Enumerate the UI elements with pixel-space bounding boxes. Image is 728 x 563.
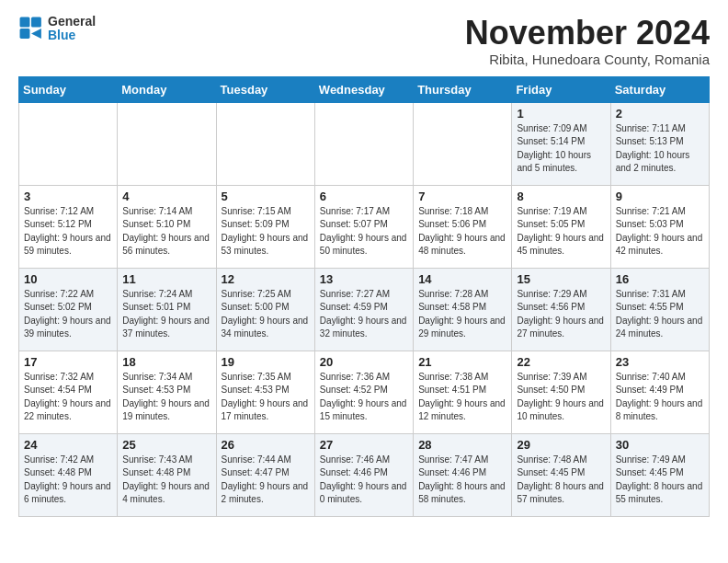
svg-rect-0 bbox=[20, 17, 30, 28]
day-number: 14 bbox=[418, 272, 506, 286]
day-number: 16 bbox=[616, 272, 704, 286]
day-info: Sunrise: 7:17 AM Sunset: 5:07 PM Dayligh… bbox=[320, 205, 408, 259]
day-cell: 29Sunrise: 7:48 AM Sunset: 4:45 PM Dayli… bbox=[512, 433, 610, 516]
day-number: 8 bbox=[517, 190, 605, 203]
day-number: 6 bbox=[320, 190, 408, 203]
weekday-header-monday: Monday bbox=[118, 76, 216, 102]
day-cell: 8Sunrise: 7:19 AM Sunset: 5:05 PM Daylig… bbox=[512, 185, 610, 268]
day-cell: 19Sunrise: 7:35 AM Sunset: 4:53 PM Dayli… bbox=[216, 350, 314, 433]
day-info: Sunrise: 7:49 AM Sunset: 4:45 PM Dayligh… bbox=[616, 454, 704, 507]
day-cell: 13Sunrise: 7:27 AM Sunset: 4:59 PM Dayli… bbox=[314, 268, 413, 350]
day-cell: 21Sunrise: 7:38 AM Sunset: 4:51 PM Dayli… bbox=[414, 350, 512, 433]
day-number: 10 bbox=[24, 272, 112, 286]
day-info: Sunrise: 7:46 AM Sunset: 4:46 PM Dayligh… bbox=[320, 454, 408, 507]
day-cell bbox=[118, 102, 216, 185]
day-cell: 2Sunrise: 7:11 AM Sunset: 5:13 PM Daylig… bbox=[610, 102, 709, 185]
day-number: 19 bbox=[222, 355, 310, 369]
day-info: Sunrise: 7:32 AM Sunset: 4:54 PM Dayligh… bbox=[24, 371, 112, 424]
day-cell: 17Sunrise: 7:32 AM Sunset: 4:54 PM Dayli… bbox=[19, 350, 118, 433]
month-title: November 2024 bbox=[465, 15, 710, 52]
week-row-3: 10Sunrise: 7:22 AM Sunset: 5:02 PM Dayli… bbox=[19, 268, 710, 350]
header: General Blue November 2024 Ribita, Huned… bbox=[18, 15, 710, 67]
weekday-header-tuesday: Tuesday bbox=[216, 76, 314, 102]
logo-top: General bbox=[48, 15, 96, 29]
week-row-4: 17Sunrise: 7:32 AM Sunset: 4:54 PM Dayli… bbox=[19, 350, 710, 433]
day-number: 12 bbox=[222, 272, 310, 286]
week-row-1: 1Sunrise: 7:09 AM Sunset: 5:14 PM Daylig… bbox=[19, 102, 710, 185]
day-cell bbox=[19, 102, 118, 185]
day-info: Sunrise: 7:25 AM Sunset: 5:00 PM Dayligh… bbox=[222, 288, 310, 341]
day-number: 25 bbox=[122, 438, 210, 452]
day-number: 9 bbox=[616, 190, 704, 203]
week-row-2: 3Sunrise: 7:12 AM Sunset: 5:12 PM Daylig… bbox=[19, 185, 710, 268]
day-cell: 11Sunrise: 7:24 AM Sunset: 5:01 PM Dayli… bbox=[118, 268, 216, 350]
day-number: 26 bbox=[222, 438, 310, 452]
day-info: Sunrise: 7:31 AM Sunset: 4:55 PM Dayligh… bbox=[616, 288, 704, 341]
weekday-header-wednesday: Wednesday bbox=[314, 76, 413, 102]
day-cell: 18Sunrise: 7:34 AM Sunset: 4:53 PM Dayli… bbox=[118, 350, 216, 433]
day-cell: 14Sunrise: 7:28 AM Sunset: 4:58 PM Dayli… bbox=[414, 268, 512, 350]
day-cell: 9Sunrise: 7:21 AM Sunset: 5:03 PM Daylig… bbox=[610, 185, 709, 268]
day-info: Sunrise: 7:09 AM Sunset: 5:14 PM Dayligh… bbox=[517, 122, 605, 176]
day-info: Sunrise: 7:18 AM Sunset: 5:06 PM Dayligh… bbox=[418, 205, 506, 259]
day-number: 22 bbox=[517, 355, 605, 369]
day-number: 23 bbox=[616, 355, 704, 369]
day-cell: 30Sunrise: 7:49 AM Sunset: 4:45 PM Dayli… bbox=[610, 433, 709, 516]
day-info: Sunrise: 7:22 AM Sunset: 5:02 PM Dayligh… bbox=[24, 288, 112, 341]
day-info: Sunrise: 7:39 AM Sunset: 4:50 PM Dayligh… bbox=[517, 371, 605, 424]
day-cell bbox=[314, 102, 413, 185]
day-info: Sunrise: 7:27 AM Sunset: 4:59 PM Dayligh… bbox=[320, 288, 408, 341]
day-number: 29 bbox=[517, 438, 605, 452]
day-cell: 25Sunrise: 7:43 AM Sunset: 4:48 PM Dayli… bbox=[118, 433, 216, 516]
day-number: 15 bbox=[517, 272, 605, 286]
calendar-table: SundayMondayTuesdayWednesdayThursdayFrid… bbox=[18, 76, 710, 517]
day-cell bbox=[216, 102, 314, 185]
day-cell: 6Sunrise: 7:17 AM Sunset: 5:07 PM Daylig… bbox=[314, 185, 413, 268]
day-info: Sunrise: 7:40 AM Sunset: 4:49 PM Dayligh… bbox=[616, 371, 704, 424]
day-number: 28 bbox=[418, 438, 506, 452]
day-cell: 1Sunrise: 7:09 AM Sunset: 5:14 PM Daylig… bbox=[512, 102, 610, 185]
day-info: Sunrise: 7:42 AM Sunset: 4:48 PM Dayligh… bbox=[24, 454, 112, 507]
day-cell: 22Sunrise: 7:39 AM Sunset: 4:50 PM Dayli… bbox=[512, 350, 610, 433]
day-number: 17 bbox=[24, 355, 112, 369]
day-info: Sunrise: 7:36 AM Sunset: 4:52 PM Dayligh… bbox=[320, 371, 408, 424]
day-cell: 15Sunrise: 7:29 AM Sunset: 4:56 PM Dayli… bbox=[512, 268, 610, 350]
day-info: Sunrise: 7:44 AM Sunset: 4:47 PM Dayligh… bbox=[222, 454, 310, 507]
day-number: 18 bbox=[122, 355, 210, 369]
day-info: Sunrise: 7:29 AM Sunset: 4:56 PM Dayligh… bbox=[517, 288, 605, 341]
day-info: Sunrise: 7:38 AM Sunset: 4:51 PM Dayligh… bbox=[418, 371, 506, 424]
day-number: 13 bbox=[320, 272, 408, 286]
day-cell: 23Sunrise: 7:40 AM Sunset: 4:49 PM Dayli… bbox=[610, 350, 709, 433]
day-info: Sunrise: 7:12 AM Sunset: 5:12 PM Dayligh… bbox=[24, 205, 112, 259]
day-number: 4 bbox=[122, 190, 210, 203]
day-info: Sunrise: 7:35 AM Sunset: 4:53 PM Dayligh… bbox=[222, 371, 310, 424]
week-row-5: 24Sunrise: 7:42 AM Sunset: 4:48 PM Dayli… bbox=[19, 433, 710, 516]
day-number: 3 bbox=[24, 190, 112, 203]
day-number: 2 bbox=[616, 107, 704, 121]
day-cell: 7Sunrise: 7:18 AM Sunset: 5:06 PM Daylig… bbox=[414, 185, 512, 268]
day-info: Sunrise: 7:15 AM Sunset: 5:09 PM Dayligh… bbox=[222, 205, 310, 259]
day-info: Sunrise: 7:14 AM Sunset: 5:10 PM Dayligh… bbox=[122, 205, 210, 259]
day-number: 21 bbox=[418, 355, 506, 369]
day-info: Sunrise: 7:19 AM Sunset: 5:05 PM Dayligh… bbox=[517, 205, 605, 259]
day-cell: 12Sunrise: 7:25 AM Sunset: 5:00 PM Dayli… bbox=[216, 268, 314, 350]
day-cell bbox=[414, 102, 512, 185]
day-cell: 16Sunrise: 7:31 AM Sunset: 4:55 PM Dayli… bbox=[610, 268, 709, 350]
day-number: 30 bbox=[616, 438, 704, 452]
day-cell: 26Sunrise: 7:44 AM Sunset: 4:47 PM Dayli… bbox=[216, 433, 314, 516]
day-info: Sunrise: 7:28 AM Sunset: 4:58 PM Dayligh… bbox=[418, 288, 506, 341]
day-cell: 10Sunrise: 7:22 AM Sunset: 5:02 PM Dayli… bbox=[19, 268, 118, 350]
day-number: 11 bbox=[122, 272, 210, 286]
day-info: Sunrise: 7:48 AM Sunset: 4:45 PM Dayligh… bbox=[517, 454, 605, 507]
day-cell: 3Sunrise: 7:12 AM Sunset: 5:12 PM Daylig… bbox=[19, 185, 118, 268]
day-cell: 27Sunrise: 7:46 AM Sunset: 4:46 PM Dayli… bbox=[314, 433, 413, 516]
day-number: 24 bbox=[24, 438, 112, 452]
title-area: November 2024 Ribita, Hunedoara County, … bbox=[465, 15, 710, 67]
day-info: Sunrise: 7:24 AM Sunset: 5:01 PM Dayligh… bbox=[122, 288, 210, 341]
svg-rect-2 bbox=[20, 29, 30, 39]
weekday-header-sunday: Sunday bbox=[19, 76, 118, 102]
day-number: 27 bbox=[320, 438, 408, 452]
day-info: Sunrise: 7:21 AM Sunset: 5:03 PM Dayligh… bbox=[616, 205, 704, 259]
day-number: 5 bbox=[222, 190, 310, 203]
day-info: Sunrise: 7:47 AM Sunset: 4:46 PM Dayligh… bbox=[418, 454, 506, 507]
